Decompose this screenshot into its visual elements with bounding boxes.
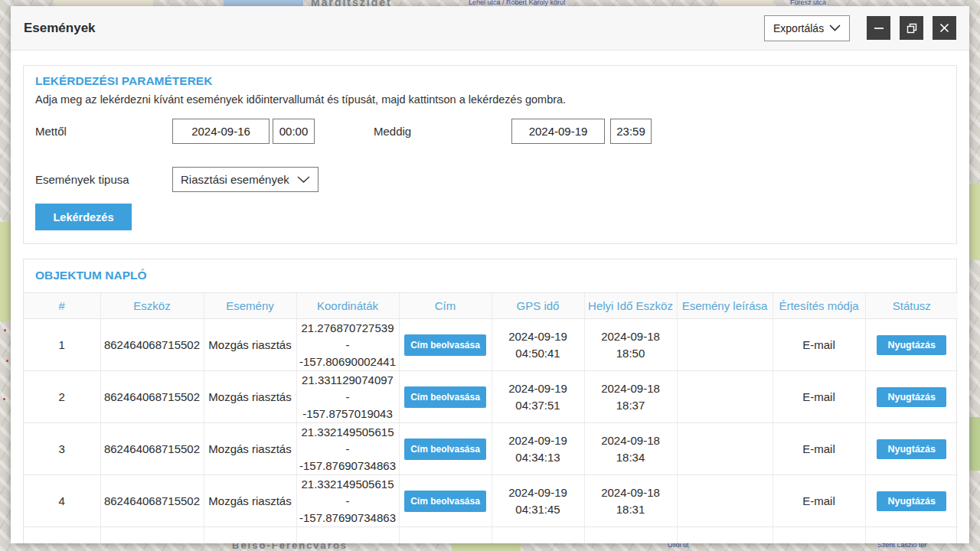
cell-description [677,475,773,527]
local-time: 18:50 [616,347,645,360]
from-date-input[interactable] [172,119,270,144]
acknowledge-button[interactable]: Nyugtázás [877,387,946,407]
cell-address: Cím beolvasása [399,423,492,475]
event-type-select[interactable]: Riasztási események [172,167,318,192]
cell-device: 862464068715502 [100,371,204,423]
gps-date: 2024-09-19 [508,330,567,343]
window-titlebar: Események Exportálás [11,6,969,51]
chevron-down-icon [297,176,310,183]
cell-status: Nyugtázás [865,423,958,475]
gps-time: 04:50:41 [515,347,560,360]
cell-notification: E-mail [773,319,865,371]
cell-address: Cím beolvasása [399,475,492,527]
gps-time: 04:31:45 [515,503,560,516]
minimize-icon [874,23,884,34]
read-address-button[interactable]: Cím beolvasása [404,386,486,408]
cell-description [677,371,773,423]
cell-coordinates: 21.276870727539 - -157.80690002441 [296,319,399,371]
local-time: 18:31 [616,503,645,516]
column-header-description: Esemény leírása [677,293,773,319]
dialog-content: LEKÉRDEZÉSI PARAMÉTEREK Adja meg az leké… [11,65,969,543]
cell-address: Cím beolvasása [399,319,492,371]
cell-notification: E-mail [773,371,865,423]
cell-event: Mozgás riasztás [204,371,296,423]
gps-date: 2024-09-19 [508,382,567,395]
query-panel-title: LEKÉRDEZÉSI PARAMÉTEREK [35,74,212,88]
cell-local-time: 2024-09-18 18:37 [584,371,677,423]
table-header-row: # Eszköz Esemény Koordináták Cím GPS idő… [24,293,958,319]
acknowledge-button[interactable]: Nyugtázás [877,439,946,459]
export-label: Exportálás [773,22,824,34]
map-poi-dot [4,329,6,331]
cell-local-time: 2024-09-18 18:34 [584,423,677,475]
map-park [0,222,11,321]
local-date: 2024-09-18 [601,486,660,499]
log-panel-title: OBJEKTUM NAPLÓ [24,259,956,282]
query-button[interactable]: Lekérdezés [35,204,132,230]
column-header-num: # [24,293,100,319]
chevron-down-icon [829,24,841,31]
read-address-button[interactable]: Cím beolvasása [404,334,486,356]
table-row: 3 862464068715502 Mozgás riasztás 21.332… [24,423,958,475]
longitude: -157.8757019043 [302,407,393,420]
cell-event: Mozgás riasztás [204,475,296,527]
cell-status: Nyugtázás [865,475,958,527]
cell-description [677,423,773,475]
event-type-label: Események tipusa [35,173,129,186]
latitude: 21.276870727539 [302,321,394,334]
events-window: Események Exportálás [11,6,969,543]
to-label: Meddig [374,125,411,138]
local-date: 2024-09-18 [601,330,660,343]
map-park [969,184,980,260]
table-row: 1 862464068715502 Mozgás riasztás 21.276… [24,319,958,371]
column-header-status: Státusz [865,293,958,319]
latitude: 21.331129074097 [302,373,394,386]
cell-coordinates: 21.332149505615 - -157.87690734863 [296,475,399,527]
gps-date: 2024-09-19 [508,434,567,447]
gps-time: 04:37:51 [515,399,560,412]
longitude: -157.80690002441 [299,355,396,368]
coordinate-separator: - [346,338,350,351]
cell-notification: E-mail [773,475,865,527]
cell-device: 862464068715502 [100,423,204,475]
cell-event: Mozgás riasztás [204,319,296,371]
coordinate-separator: - [346,390,350,403]
events-table: # Eszköz Esemény Koordináták Cím GPS idő… [24,292,958,543]
coordinate-separator: - [346,442,350,455]
restore-button[interactable] [900,16,923,40]
cell-local-time: 2024-09-18 18:50 [584,319,677,371]
local-date: 2024-09-18 [601,382,660,395]
local-time: 18:37 [616,399,645,412]
read-address-button[interactable]: Cím beolvasása [404,491,486,512]
table-row: 4 862464068715502 Mozgás riasztás 21.332… [24,475,958,527]
minimize-button[interactable] [867,16,890,40]
cell-coordinates: 21.332149505615 - -157.87690734863 [296,423,399,475]
cell-event: Mozgás riasztás [204,423,296,475]
column-header-notification: Értesítés módja [773,293,865,319]
event-type-value: Riasztási események [181,173,289,186]
cell-coordinates: 21.331129074097 - -157.8757019043 [296,371,399,423]
read-address-button[interactable]: Cím beolvasása [404,439,486,460]
acknowledge-button[interactable]: Nyugtázás [877,491,946,511]
cell-num: 1 [24,319,100,371]
close-icon [939,23,949,33]
from-time-input[interactable] [273,119,315,144]
cell-device: 862464068715502 [100,475,204,527]
column-header-device: Eszköz [100,293,204,319]
export-dropdown-button[interactable]: Exportálás [764,15,850,41]
column-header-address: Cím [399,293,492,319]
cell-notification: E-mail [773,423,865,475]
cell-address: Cím beolvasása [399,371,492,423]
cell-description [677,319,773,371]
cell-gps-time: 2024-09-19 04:50:41 [492,319,584,371]
acknowledge-button[interactable]: Nyugtázás [877,335,946,355]
to-date-input[interactable] [511,119,605,144]
map-park [969,417,980,471]
from-label: Mettől [35,125,67,138]
to-time-input[interactable] [610,119,652,144]
close-button[interactable] [933,16,956,40]
latitude: 21.332149505615 [302,478,394,491]
window-title: Események [24,21,96,36]
query-description: Adja meg az lekérdezni kívánt események … [35,93,566,106]
cell-num: 2 [24,371,100,423]
